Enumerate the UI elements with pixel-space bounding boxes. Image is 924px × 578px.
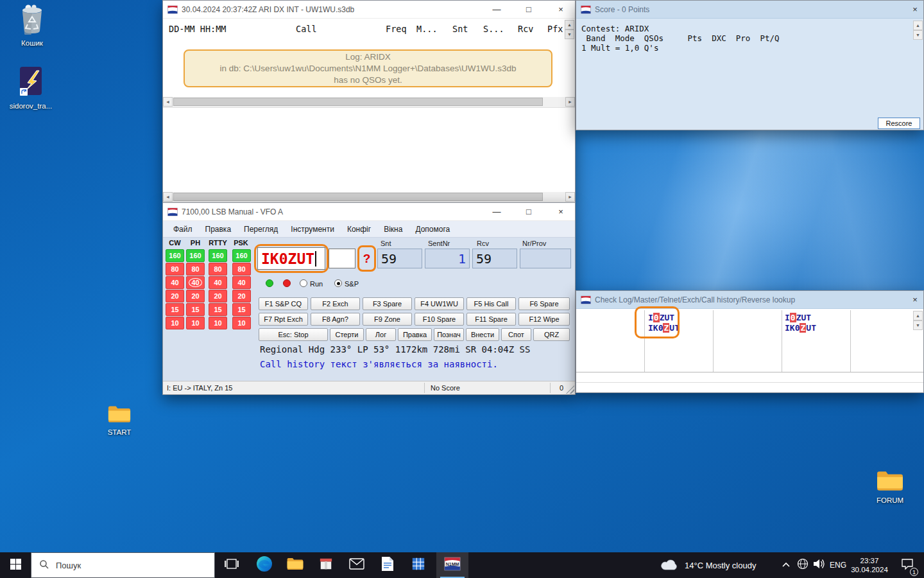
log-horizontal-scrollbar-2[interactable]: ◄ ► — [163, 192, 575, 202]
check-window-titlebar[interactable]: Check Log/Master/Telnet/Exch/Call histor… — [576, 291, 923, 309]
score-vertical-scrollbar[interactable]: ▲ ▼ — [913, 21, 923, 40]
band-button-ph-40-current[interactable]: 40 — [186, 276, 205, 289]
entry-window-titlebar[interactable]: 7100,00 LSB Manual - VFO A — □ × — [163, 203, 575, 221]
network-tray-button[interactable] — [794, 552, 811, 578]
store-button[interactable]: Внести — [466, 328, 499, 341]
fkey-f6[interactable]: F6 Spare — [518, 297, 570, 310]
band-button-psk-20[interactable]: 20 — [232, 290, 251, 302]
band-button-ph-15[interactable]: 15 — [186, 303, 205, 316]
taskbar-package-app-button[interactable] — [311, 552, 341, 578]
scroll-left-icon[interactable]: ◄ — [163, 97, 173, 107]
suggested-call[interactable]: I0ZUT — [785, 313, 816, 323]
log-button[interactable]: Лог — [366, 328, 396, 341]
log-window-titlebar[interactable]: 30.04.2024 20:37:42Z ARI DX INT - UW1WU.… — [163, 1, 575, 19]
resize-grip[interactable] — [566, 385, 574, 394]
wipe-button[interactable]: Стерти — [330, 328, 364, 341]
fkey-f12[interactable]: F12 Wipe — [518, 313, 570, 326]
band-button-cw-10[interactable]: 10 — [166, 317, 184, 329]
score-window-titlebar[interactable]: Score - 0 Points × — [576, 1, 923, 19]
tray-chevron-button[interactable] — [778, 552, 794, 578]
fkey-f11[interactable]: F11 Spare — [466, 313, 516, 326]
band-button-psk-160[interactable]: 160 — [232, 249, 251, 262]
weather-widget[interactable]: 14°C Mostly cloudy — [661, 552, 776, 578]
scroll-down-icon[interactable]: ▼ — [913, 320, 923, 330]
desktop-icon-forum-folder[interactable]: FORUM — [868, 470, 912, 505]
scroll-up-icon[interactable]: ▲ — [913, 311, 923, 320]
maximize-icon[interactable]: □ — [515, 203, 543, 220]
band-button-rtty-80[interactable]: 80 — [209, 263, 227, 276]
suggested-call[interactable]: IK0ZUT — [785, 323, 816, 333]
menu-edit[interactable]: Правка — [199, 225, 238, 234]
taskbar-mail-button[interactable] — [341, 552, 372, 578]
minimize-icon[interactable]: — — [483, 1, 511, 18]
band-button-rtty-160[interactable]: 160 — [209, 249, 227, 262]
fkey-f3[interactable]: F3 Spare — [363, 297, 412, 310]
menu-windows[interactable]: Вікна — [377, 225, 409, 234]
desktop-icon-start-folder[interactable]: START — [101, 405, 137, 437]
check-vertical-scrollbar[interactable]: ▲ ▼ — [913, 311, 923, 330]
scrollbar-thumb[interactable] — [173, 193, 543, 201]
small-input[interactable] — [329, 249, 355, 268]
desktop-icon-recycle-bin[interactable]: Кошик — [9, 4, 55, 48]
scroll-down-icon[interactable]: ▼ — [913, 30, 923, 40]
band-button-rtty-15[interactable]: 15 — [209, 303, 227, 316]
menu-file[interactable]: Файл — [167, 225, 199, 234]
taskbar-file-explorer-button[interactable] — [280, 552, 311, 578]
fkey-f8[interactable]: F8 Agn? — [311, 313, 360, 326]
band-button-cw-40[interactable]: 40 — [166, 276, 184, 289]
taskbar-search[interactable]: Пошук — [31, 552, 215, 578]
taskbar-n1mm-button[interactable]: N1MM — [436, 552, 468, 578]
scroll-up-icon[interactable]: ▲ — [565, 20, 574, 30]
fkey-f10[interactable]: F10 Spare — [415, 313, 464, 326]
scroll-right-icon[interactable]: ► — [565, 97, 575, 107]
taskbar-document-app-button[interactable] — [372, 552, 403, 578]
menu-tools[interactable]: Інструменти — [284, 225, 341, 234]
band-button-cw-15[interactable]: 15 — [166, 303, 184, 316]
check-indicator[interactable]: ? — [357, 245, 376, 272]
fkey-f1[interactable]: F1 S&P CQ — [259, 297, 308, 310]
fkey-f7[interactable]: F7 Rpt Exch — [259, 313, 308, 326]
close-icon[interactable]: × — [547, 1, 575, 18]
volume-tray-button[interactable] — [810, 552, 828, 578]
band-button-rtty-20[interactable]: 20 — [209, 290, 227, 302]
maximize-icon[interactable]: □ — [515, 1, 543, 18]
close-icon[interactable]: × — [907, 1, 923, 18]
band-button-psk-40[interactable]: 40 — [232, 276, 251, 289]
master-call-suggestions[interactable]: I0ZUT IK0ZUT — [648, 313, 680, 333]
menu-config[interactable]: Конфіг — [341, 225, 377, 234]
minimize-icon[interactable]: — — [483, 203, 511, 220]
close-icon[interactable]: × — [547, 203, 575, 220]
taskbar-clock[interactable]: 23:37 30.04.2024 — [848, 552, 891, 578]
mark-button[interactable]: Познач — [434, 328, 464, 341]
scrollbar-thumb[interactable] — [173, 98, 543, 106]
esc-stop-button[interactable]: Esc: Stop — [259, 328, 328, 341]
band-button-psk-15[interactable]: 15 — [232, 303, 251, 316]
band-button-psk-80[interactable]: 80 — [232, 263, 251, 276]
fkey-f5[interactable]: F5 His Call — [466, 297, 516, 310]
scroll-right-icon[interactable]: ► — [565, 192, 575, 202]
band-button-ph-160[interactable]: 160 — [186, 249, 205, 262]
run-radio[interactable] — [300, 279, 307, 287]
qrz-button[interactable]: QRZ — [533, 328, 570, 341]
scroll-down-icon[interactable]: ▼ — [565, 30, 574, 39]
band-button-cw-160[interactable]: 160 — [166, 249, 184, 262]
fkey-f9[interactable]: F9 Zone — [363, 313, 412, 326]
band-button-rtty-10[interactable]: 10 — [209, 317, 227, 329]
suggested-call[interactable]: I0ZUT — [648, 313, 680, 323]
band-button-psk-10[interactable]: 10 — [232, 317, 251, 329]
menu-help[interactable]: Допомога — [409, 225, 456, 234]
rescore-button[interactable]: Rescore — [878, 118, 920, 129]
sp-radio[interactable] — [334, 279, 342, 287]
band-button-ph-20[interactable]: 20 — [186, 290, 205, 302]
edit-button[interactable]: Правка — [398, 328, 432, 341]
scroll-left-icon[interactable]: ◄ — [163, 192, 173, 202]
start-button[interactable] — [0, 552, 31, 578]
close-icon[interactable]: × — [907, 291, 923, 308]
band-button-ph-80[interactable]: 80 — [186, 263, 205, 276]
rcv-field[interactable]: 59 — [472, 249, 517, 268]
desktop-icon-shortcut[interactable]: sidorov_tra... — [1, 66, 60, 110]
band-button-ph-10[interactable]: 10 — [186, 317, 205, 329]
sentnr-field[interactable]: 1 — [425, 249, 470, 268]
fkey-f2[interactable]: F2 Exch — [311, 297, 360, 310]
log-horizontal-scrollbar-1[interactable]: ◄ ► — [163, 97, 575, 107]
